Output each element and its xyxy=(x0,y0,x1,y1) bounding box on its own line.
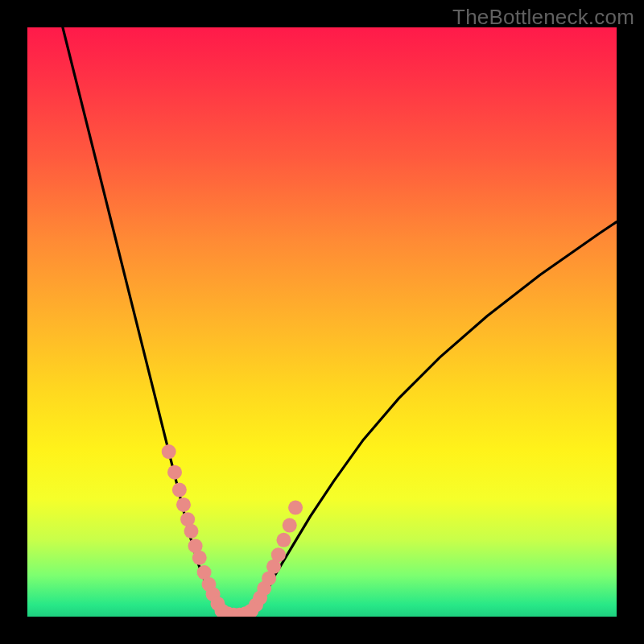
watermark-text: TheBottleneck.com xyxy=(452,5,634,30)
v-curve-path xyxy=(63,27,617,617)
marker-dot xyxy=(176,497,191,512)
marker-dot xyxy=(172,483,187,497)
marker-dot xyxy=(271,547,286,562)
marker-dot xyxy=(184,524,199,539)
marker-dot xyxy=(192,551,207,565)
plot-area xyxy=(27,27,617,617)
marker-dot xyxy=(167,465,182,480)
curve-group xyxy=(63,27,617,617)
marker-dot xyxy=(276,533,291,547)
marker-dot xyxy=(288,501,303,515)
chart-overlay xyxy=(27,27,617,617)
marker-dot xyxy=(283,518,297,533)
chart-frame: TheBottleneck.com xyxy=(0,0,644,644)
marker-dot xyxy=(162,444,176,459)
marker-dots xyxy=(162,444,303,617)
